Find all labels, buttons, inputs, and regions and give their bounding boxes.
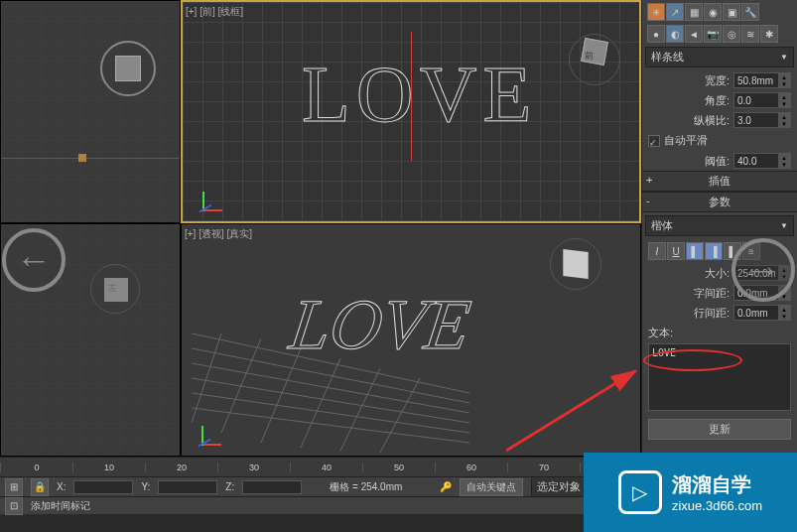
charspacing-label: 字间距: [694,286,730,301]
x-label: X: [57,481,66,492]
underline-button[interactable]: U [667,242,685,260]
snap-toggle-icon[interactable]: ⊞ [5,478,23,496]
lights-icon[interactable]: ◄ [685,25,703,43]
size-label: 大小: [705,266,730,281]
watermark-url: zixue.3d66.com [672,498,762,513]
auto-smooth-label: 自动平滑 [664,133,708,148]
x-coord-input[interactable] [73,480,133,494]
update-button[interactable]: 更新 [648,419,791,440]
command-panel: ✳ ↗ ▦ ◉ ▣ 🔧 ● ◐ ◄ 📷 ◎ ≋ ✱ 样条线 ▼ 宽度: ▲▼ [641,0,797,457]
align-center-button[interactable]: ▐ [705,242,723,260]
minus-icon: - [646,195,650,206]
viewcube-small[interactable]: 左 [90,264,140,314]
y-label: Y: [141,481,150,492]
threshold-spinner[interactable]: ▲▼ [733,153,791,169]
time-config-icon[interactable]: ⊡ [5,497,23,515]
modify-tab-icon[interactable]: ↗ [666,3,684,21]
width-label: 宽度: [705,73,730,88]
nav-prev-arrow[interactable]: ← [2,228,66,292]
align-left-button[interactable]: ▌ [686,242,704,260]
watermark-play-icon [618,470,662,514]
lock-icon[interactable]: 🔒 [31,478,49,496]
svg-line-3 [192,378,469,423]
watermark: 溜溜自学 zixue.3d66.com [584,453,797,532]
text-field-label: 文本: [648,326,791,340]
kerning-spinner[interactable]: ▲▼ [733,112,791,128]
svg-line-9 [301,358,340,448]
cameras-icon[interactable]: 📷 [704,25,722,43]
parameters-rollout-header[interactable]: - 参数 [642,192,797,212]
shapes-icon[interactable]: ◐ [666,25,684,43]
spacewarps-icon[interactable]: ≋ [741,25,759,43]
systems-icon[interactable]: ✱ [760,25,778,43]
svg-line-10 [340,368,380,451]
italic-button[interactable]: I [648,242,666,260]
watermark-title: 溜溜自学 [672,471,762,498]
grid-label: 栅格 = 254.0mm [330,480,402,494]
geometry-icon[interactable]: ● [647,25,665,43]
z-coord-input[interactable] [242,480,302,494]
display-tab-icon[interactable]: ▣ [723,3,740,21]
nav-next-arrow[interactable]: → [731,238,795,302]
utilities-tab-icon[interactable]: 🔧 [741,3,759,21]
linespacing-spinner[interactable]: ▲▼ [733,305,791,321]
add-time-marker-label[interactable]: 添加时间标记 [31,499,90,513]
width-spinner[interactable]: ▲▼ [733,72,791,88]
text-object-perspective[interactable]: LOVE [285,284,475,366]
viewcube-front[interactable]: 前 [575,40,614,79]
create-tab-icon[interactable]: ✳ [647,3,665,21]
text-input[interactable] [648,343,791,411]
auto-key-button[interactable]: 自动关键点 [460,478,523,496]
hierarchy-tab-icon[interactable]: ▦ [685,3,703,21]
viewport-top-left[interactable] [0,0,181,223]
viewport-label-front[interactable]: [+] [前] [线框] [186,5,243,19]
kerning-label: 纵横比: [694,113,730,128]
axis-gizmo-front [202,182,232,211]
viewport-perspective[interactable]: [+] [透视] [真实] [181,223,641,457]
dropdown-arrow-icon: ▼ [780,53,788,62]
spinner-down-icon[interactable]: ▼ [778,80,790,87]
viewport-label-persp[interactable]: [+] [透视] [真实] [185,227,252,241]
helpers-icon[interactable]: ◎ [723,25,740,43]
text-object-wireframe[interactable]: LOVE [302,50,537,140]
viewcube-persp[interactable] [556,244,596,284]
z-label: Z: [225,481,234,492]
angle-spinner[interactable]: ▲▼ [733,92,791,108]
key-icon[interactable]: 🔑 [440,481,452,492]
spinner-up-icon[interactable]: ▲ [778,73,790,80]
y-coord-input[interactable] [158,480,217,494]
plus-icon: + [646,174,652,186]
axis-gizmo-persp [201,416,231,446]
angle-label: 角度: [705,93,730,108]
viewcube-indicator[interactable] [100,41,156,96]
category-dropdown[interactable]: 样条线 ▼ [645,47,794,67]
dropdown-arrow-icon: ▼ [780,221,788,230]
viewport-front-wireframe[interactable]: [+] [前] [线框] LOVE 前 [181,0,641,223]
threshold-label: 阈值: [705,154,730,169]
linespacing-label: 行间距: [694,306,730,321]
auto-smooth-checkbox[interactable] [648,135,660,147]
font-dropdown[interactable]: 楷体 ▼ [645,215,794,236]
motion-tab-icon[interactable]: ◉ [704,3,722,21]
interpolation-rollout-header[interactable]: + 插值 [642,171,797,192]
